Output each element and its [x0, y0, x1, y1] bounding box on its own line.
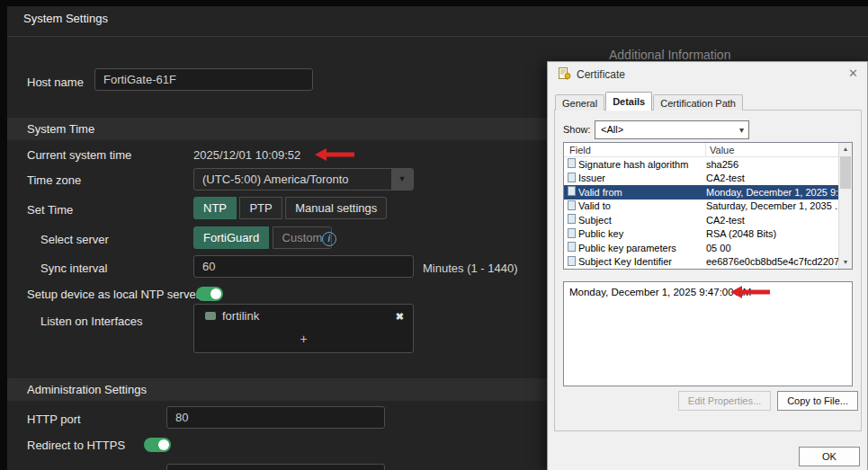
- scroll-down-button[interactable]: ▼: [839, 256, 852, 269]
- scroll-up-button[interactable]: ▲: [839, 143, 852, 155]
- info-icon[interactable]: i: [322, 232, 336, 246]
- table-row[interactable]: Public key RSA (2048 Bits): [564, 227, 852, 242]
- sync-interval-hint: Minutes (1 - 1440): [423, 262, 518, 275]
- tab-general[interactable]: General: [555, 94, 604, 111]
- field-icon: [564, 158, 578, 170]
- select-server-label: Select server: [40, 233, 109, 246]
- field-value: Saturday, December 1, 2035 ...: [706, 200, 852, 211]
- field-value: CA2-test: [706, 215, 852, 226]
- sync-interval-input[interactable]: [193, 255, 414, 278]
- field-name: Public key parameters: [578, 243, 706, 253]
- window-edge-left: [0, 0, 7, 470]
- show-select[interactable]: <All> ▾: [595, 120, 749, 139]
- edit-properties-button: Edit Properties...: [678, 391, 771, 411]
- field-name: Public key: [578, 228, 706, 239]
- current-system-time-value: 2025/12/01 10:09:52: [193, 148, 300, 162]
- field-name: Subject Key Identifier: [578, 256, 706, 267]
- value-column-header[interactable]: Value: [706, 143, 852, 156]
- toggle-knob: [158, 439, 169, 450]
- field-icon: [564, 228, 578, 240]
- section-header-system-time: System Time: [7, 118, 547, 140]
- window-edge-top: [0, 0, 868, 6]
- red-arrow-icon: [315, 147, 356, 162]
- field-value: sha256: [706, 159, 852, 170]
- field-name: Signature hash algorithm: [578, 159, 706, 170]
- toggle-knob: [210, 288, 221, 299]
- field-name: Valid from: [578, 187, 706, 198]
- tab-details[interactable]: Details: [605, 92, 652, 111]
- table-row[interactable]: Public key parameters 05 00: [564, 241, 852, 255]
- time-zone-select[interactable]: (UTC-5:00) America/Toronto ▼: [193, 168, 414, 191]
- time-zone-value: (UTC-5:00) America/Toronto: [202, 173, 349, 186]
- field-icon: [564, 200, 578, 212]
- field-icon: [564, 256, 578, 268]
- fields-table[interactable]: Field Value Signature hash algorithm sha…: [563, 142, 853, 270]
- local-ntp-server-toggle[interactable]: [196, 287, 223, 301]
- interface-chip: fortilink ✖: [194, 305, 413, 328]
- listen-interfaces-box: fortilink ✖ +: [193, 304, 414, 353]
- remove-interface-icon[interactable]: ✖: [396, 305, 404, 328]
- red-arrow-icon: [730, 285, 772, 299]
- field-name: Issuer: [578, 173, 706, 183]
- table-row[interactable]: Valid to Saturday, December 1, 2035 ...: [564, 200, 852, 214]
- add-interface-button[interactable]: +: [194, 332, 413, 346]
- set-time-option-ntp[interactable]: NTP: [193, 197, 237, 219]
- set-time-option-manual[interactable]: Manual settings: [285, 197, 387, 219]
- title-divider: [7, 36, 868, 37]
- dialog-title: Certificate: [577, 68, 625, 81]
- http-port-label: HTTP port: [27, 412, 81, 426]
- listen-interfaces-label: Listen on Interfaces: [40, 315, 142, 328]
- select-server-option-fortiguard[interactable]: FortiGuard: [193, 226, 269, 249]
- detail-text: Monday, December 1, 2025 9:47:00 AM: [569, 287, 751, 297]
- set-time-segmented: NTP PTP Manual settings: [193, 197, 387, 219]
- certificate-icon: [559, 67, 571, 80]
- host-name-label: Host name: [27, 75, 84, 89]
- close-icon[interactable]: ✕: [848, 67, 858, 80]
- field-value: ee6876e0cb8bd5e4c7fcd2207: [706, 256, 852, 267]
- time-zone-label: Time zone: [27, 173, 81, 187]
- show-label: Show:: [563, 124, 591, 135]
- interface-name: fortilink: [222, 309, 259, 323]
- dialog-button-row: Edit Properties... Copy to File...: [678, 391, 858, 411]
- table-row[interactable]: Issuer CA2-test: [564, 172, 852, 186]
- tab-bar: GeneralDetailsCertification Path: [555, 92, 744, 111]
- screen: System Settings Host name System Time Cu…: [0, 0, 868, 470]
- copy-to-file-button[interactable]: Copy to File...: [777, 391, 858, 411]
- field-column-header[interactable]: Field: [564, 143, 706, 156]
- set-time-option-ptp[interactable]: PTP: [239, 197, 282, 219]
- table-header: Field Value: [564, 143, 852, 157]
- scrollbar[interactable]: ▲ ▼: [838, 143, 852, 269]
- host-name-input[interactable]: [94, 68, 313, 91]
- select-server-segmented: FortiGuard Custom: [193, 226, 332, 249]
- http-port-input[interactable]: [166, 406, 385, 429]
- caret-down-icon: ▼: [391, 169, 413, 190]
- field-icon: [564, 186, 578, 198]
- scroll-thumb[interactable]: [840, 156, 851, 189]
- section-header-administration: Administration Settings: [7, 378, 547, 401]
- local-ntp-server-label: Setup device as local NTP server: [27, 288, 200, 301]
- certificate-dialog: Certificate ✕ GeneralDetailsCertificatio…: [547, 61, 868, 470]
- redirect-https-label: Redirect to HTTPS: [27, 439, 125, 452]
- table-row-selected[interactable]: Valid from Monday, December 1, 2025 9:..…: [564, 185, 852, 200]
- table-row[interactable]: Signature hash algorithm sha256: [564, 157, 852, 172]
- ok-button[interactable]: OK: [799, 447, 860, 466]
- detail-text-box[interactable]: Monday, December 1, 2025 9:47:00 AM: [563, 281, 853, 386]
- clipped-input[interactable]: [166, 464, 385, 470]
- table-row[interactable]: Subject Key Identifier ee6876e0cb8bd5e4c…: [564, 255, 852, 270]
- field-icon: [564, 242, 578, 253]
- field-name: Subject: [578, 215, 706, 226]
- redirect-https-toggle[interactable]: [144, 438, 171, 452]
- field-value: 05 00: [706, 243, 852, 253]
- field-icon: [564, 173, 578, 184]
- chevron-down-icon: ▾: [739, 121, 744, 138]
- show-value: <All>: [601, 124, 623, 135]
- field-value: CA2-test: [706, 173, 852, 183]
- tab-certification-path[interactable]: Certification Path: [653, 94, 743, 111]
- page-title: System Settings: [23, 12, 108, 25]
- additional-information-title: Additional Information: [609, 48, 730, 62]
- field-value: RSA (2048 Bits): [706, 228, 852, 239]
- current-system-time-label: Current system time: [27, 148, 131, 162]
- sync-interval-label: Sync interval: [40, 262, 107, 275]
- set-time-label: Set Time: [27, 203, 73, 217]
- table-row[interactable]: Subject CA2-test: [564, 213, 852, 227]
